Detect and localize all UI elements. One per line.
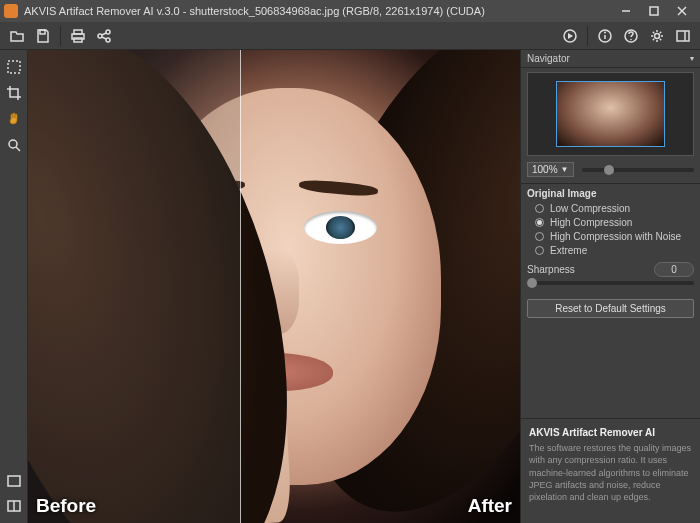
sharpness-slider-thumb[interactable] <box>527 278 537 288</box>
print-button[interactable] <box>66 24 90 48</box>
crop-tool[interactable] <box>2 81 26 105</box>
before-label: Before <box>36 495 96 517</box>
zoom-slider-thumb[interactable] <box>604 165 614 175</box>
svg-rect-25 <box>8 476 20 486</box>
hand-tool[interactable] <box>2 107 26 131</box>
svg-rect-7 <box>74 38 82 42</box>
chevron-down-icon: ▼ <box>561 165 569 174</box>
top-toolbar <box>0 22 700 50</box>
svg-point-18 <box>630 38 632 40</box>
svg-rect-22 <box>8 61 20 73</box>
info-text: The software restores the quality images… <box>529 442 692 503</box>
zoom-dropdown[interactable]: 100% ▼ <box>527 162 574 177</box>
image-content <box>28 50 520 523</box>
save-button[interactable] <box>31 24 55 48</box>
radio-icon <box>535 204 544 213</box>
preferences-button[interactable] <box>645 24 669 48</box>
sharpness-value[interactable]: 0 <box>654 262 694 277</box>
svg-rect-1 <box>650 7 658 15</box>
panels-button[interactable] <box>671 24 695 48</box>
app-logo-icon <box>4 4 18 18</box>
window-title: AKVIS Artifact Remover AI v.3.0 - shutte… <box>24 5 612 17</box>
navigator-header: Navigator ▾ <box>521 50 700 68</box>
radio-high-compression[interactable]: High Compression <box>535 217 694 228</box>
zoom-tool[interactable] <box>2 133 26 157</box>
left-toolbar <box>0 50 28 523</box>
navigator-label: Navigator <box>527 53 690 64</box>
reset-button[interactable]: Reset to Default Settings <box>527 299 694 318</box>
radio-label: Extreme <box>550 245 587 256</box>
radio-low-compression[interactable]: Low Compression <box>535 203 694 214</box>
settings-section: Original Image Low Compression High Comp… <box>521 184 700 297</box>
radio-high-compression-noise[interactable]: High Compression with Noise <box>535 231 694 242</box>
info-title: AKVIS Artifact Remover AI <box>529 427 692 438</box>
svg-point-23 <box>9 140 17 148</box>
svg-line-12 <box>102 37 106 39</box>
share-button[interactable] <box>92 24 116 48</box>
help-button[interactable] <box>619 24 643 48</box>
image-canvas[interactable]: Before After <box>28 50 520 523</box>
svg-line-24 <box>16 147 20 151</box>
radio-icon <box>535 246 544 255</box>
info-button[interactable] <box>593 24 617 48</box>
svg-point-10 <box>106 38 110 42</box>
svg-rect-20 <box>677 31 689 41</box>
main-area: Before After Navigator ▾ 100% ▼ Original… <box>0 50 700 523</box>
info-panel: AKVIS Artifact Remover AI The software r… <box>521 418 700 523</box>
svg-point-9 <box>98 34 102 38</box>
right-panel: Navigator ▾ 100% ▼ Original Image Low Co… <box>520 50 700 523</box>
toolbar-separator <box>60 26 61 46</box>
zoom-value: 100% <box>532 164 558 175</box>
run-button[interactable] <box>558 24 582 48</box>
minimize-button[interactable] <box>612 1 640 21</box>
original-image-title: Original Image <box>527 188 694 199</box>
radio-label: High Compression <box>550 217 632 228</box>
svg-point-16 <box>604 31 606 33</box>
split-divider[interactable] <box>240 50 241 523</box>
radio-icon <box>535 218 544 227</box>
navigator-collapse-icon[interactable]: ▾ <box>690 54 694 63</box>
svg-point-19 <box>655 33 660 38</box>
selection-tool[interactable] <box>2 55 26 79</box>
maximize-button[interactable] <box>640 1 668 21</box>
svg-line-11 <box>102 33 106 35</box>
open-button[interactable] <box>5 24 29 48</box>
view-single-button[interactable] <box>2 469 26 493</box>
radio-label: Low Compression <box>550 203 630 214</box>
zoom-slider[interactable] <box>582 168 695 172</box>
svg-point-8 <box>106 30 110 34</box>
svg-rect-4 <box>40 30 45 34</box>
sharpness-label: Sharpness <box>527 264 654 275</box>
after-label: After <box>468 495 512 517</box>
titlebar: AKVIS Artifact Remover AI v.3.0 - shutte… <box>0 0 700 22</box>
navigator-viewport-rect[interactable] <box>556 81 665 147</box>
navigator-thumbnail[interactable] <box>527 72 694 156</box>
toolbar-separator <box>587 26 588 46</box>
radio-icon <box>535 232 544 241</box>
sharpness-slider[interactable] <box>527 281 694 285</box>
view-split-button[interactable] <box>2 494 26 518</box>
close-button[interactable] <box>668 1 696 21</box>
radio-extreme[interactable]: Extreme <box>535 245 694 256</box>
radio-label: High Compression with Noise <box>550 231 681 242</box>
